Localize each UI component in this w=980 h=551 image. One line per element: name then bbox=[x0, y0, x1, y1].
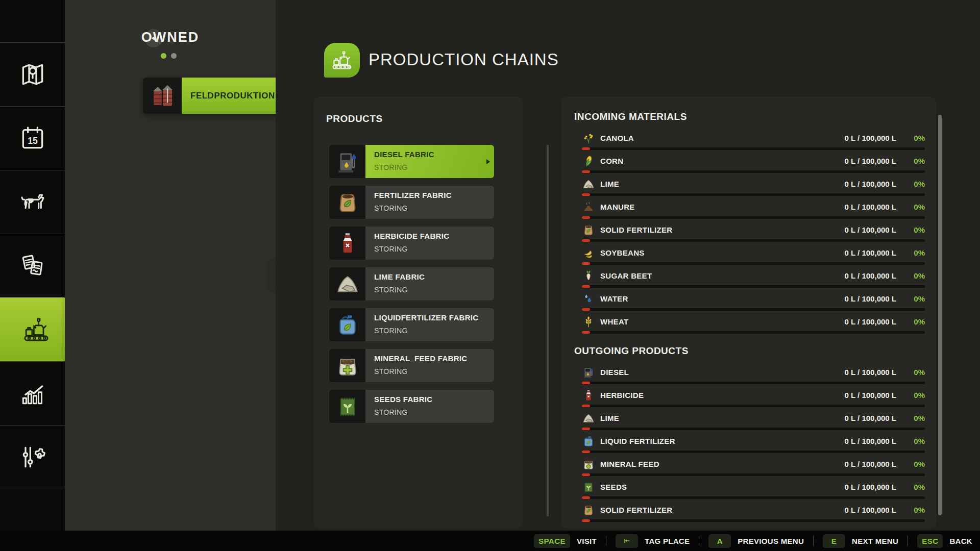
material-percent: 0% bbox=[914, 414, 925, 422]
main-content: PRODUCTION CHAINS PRODUCTS DIESEL FABRIC… bbox=[276, 0, 980, 531]
material-amount: 0 L / 100,000 L bbox=[845, 437, 896, 445]
outgoing-title: OUTGOING PRODUCTS bbox=[574, 345, 689, 357]
products-scrollbar[interactable] bbox=[547, 145, 549, 516]
material-amount: 0 L / 100,000 L bbox=[845, 248, 896, 257]
page-title: PRODUCTION CHAINS bbox=[369, 50, 559, 69]
product-row-body: HERBICIDE FABRICSTORING bbox=[365, 227, 494, 260]
material-amount: 0 L / 100,000 L bbox=[845, 180, 896, 188]
product-row-body: LIQUIDFERTILIZER FABRICSTORING bbox=[365, 308, 494, 341]
material-percent: 0% bbox=[914, 248, 925, 257]
material-amount: 0 L / 100,000 L bbox=[845, 134, 896, 142]
seeds-icon bbox=[582, 481, 595, 494]
product-status: STORING bbox=[374, 286, 494, 294]
material-name: LIQUID FERTILIZER bbox=[600, 437, 675, 445]
material-percent: 0% bbox=[914, 294, 925, 303]
materials-scrollbar[interactable] bbox=[938, 115, 942, 515]
controls-gear-icon bbox=[18, 443, 47, 471]
diesel-icon bbox=[329, 145, 365, 178]
product-status: STORING bbox=[374, 408, 494, 416]
product-row-seeds[interactable]: SEEDS FABRICSTORING bbox=[329, 390, 494, 423]
sidebar-item-calendar[interactable]: 15 bbox=[0, 106, 65, 170]
product-row-mineral-feed[interactable]: MINERAL_FEED FABRICSTORING bbox=[329, 349, 494, 382]
sidebar-item-production-chain[interactable] bbox=[0, 297, 72, 361]
sidebar-divider bbox=[0, 489, 65, 489]
fill-level-bar-fill bbox=[582, 450, 590, 453]
fill-level-bar bbox=[582, 193, 925, 196]
material-name: LIME bbox=[600, 414, 619, 422]
fill-level-bar bbox=[582, 308, 925, 311]
fill-level-bar bbox=[582, 496, 925, 499]
owned-item-label: FELDPRODUKTION bbox=[182, 91, 275, 101]
material-name: DIESEL bbox=[600, 368, 629, 377]
fill-level-bar-fill bbox=[582, 239, 590, 242]
material-percent: 0% bbox=[914, 203, 925, 211]
fill-level-bar-fill bbox=[582, 193, 590, 196]
production-chain-icon bbox=[22, 315, 51, 344]
material-amount: 0 L / 100,000 L bbox=[845, 368, 896, 377]
product-status: STORING bbox=[374, 327, 494, 335]
product-name: SEEDS FABRIC bbox=[374, 395, 494, 404]
fill-level-bar-fill bbox=[582, 170, 590, 173]
hotkey-visit[interactable]: SPACEVISIT bbox=[534, 534, 597, 548]
product-row-herbicide[interactable]: HERBICIDE FABRICSTORING bbox=[329, 227, 494, 260]
hotkey-next-menu[interactable]: ENEXT MENU bbox=[823, 534, 898, 548]
soybeans-icon bbox=[582, 246, 595, 260]
product-status: STORING bbox=[374, 245, 494, 253]
sugar-beet-icon bbox=[582, 269, 595, 283]
key-badge: E bbox=[823, 534, 845, 548]
page-dot bbox=[171, 53, 177, 59]
fill-level-bar bbox=[582, 239, 925, 242]
product-row-diesel[interactable]: DIESEL FABRICSTORING bbox=[329, 145, 494, 178]
sidebar: 15 bbox=[0, 0, 65, 531]
product-row-liquid-fertilizer[interactable]: LIQUIDFERTILIZER FABRICSTORING bbox=[329, 308, 494, 341]
product-row-lime[interactable]: LIME FABRICSTORING bbox=[329, 267, 494, 300]
material-name: MANURE bbox=[600, 203, 635, 211]
sidebar-item-animals[interactable] bbox=[0, 170, 65, 234]
material-percent: 0% bbox=[914, 437, 925, 445]
material-percent: 0% bbox=[914, 368, 925, 377]
hotkey-label: PREVIOUS MENU bbox=[738, 537, 804, 545]
material-amount: 0 L / 100,000 L bbox=[845, 483, 896, 491]
material-row-lime: LIME0 L / 100,000 L0% bbox=[582, 178, 925, 198]
material-amount: 0 L / 100,000 L bbox=[845, 157, 896, 165]
sidebar-item-controls-gear[interactable] bbox=[0, 425, 65, 489]
material-percent: 0% bbox=[914, 157, 925, 165]
material-name: HERBICIDE bbox=[600, 391, 644, 399]
lime-icon bbox=[582, 178, 595, 191]
sidebar-item-contracts[interactable] bbox=[0, 234, 65, 297]
fill-level-bar bbox=[582, 262, 925, 265]
hotkey-label: TAG PLACE bbox=[645, 537, 690, 545]
product-status: STORING bbox=[374, 204, 494, 212]
hotkey-back[interactable]: ESCBACK bbox=[917, 534, 972, 548]
fill-level-bar-fill bbox=[582, 405, 590, 407]
product-name: HERBICIDE FABRIC bbox=[374, 232, 494, 240]
product-row-body: FERTILIZER FABRICSTORING bbox=[365, 186, 494, 219]
animals-icon bbox=[18, 188, 47, 216]
material-row-seeds: SEEDS0 L / 100,000 L0% bbox=[582, 481, 925, 501]
hotkey-divider bbox=[813, 536, 814, 546]
svg-text:15: 15 bbox=[28, 135, 38, 145]
tab-key-icon bbox=[616, 534, 638, 548]
corn-icon bbox=[582, 155, 595, 168]
bottom-hotkey-bar: SPACEVISITTAG PLACEAPREVIOUS MENUENEXT M… bbox=[0, 531, 980, 551]
material-name: SOLID FERTILIZER bbox=[600, 506, 672, 514]
sidebar-item-statistics[interactable] bbox=[0, 361, 65, 425]
fill-level-bar-fill bbox=[582, 262, 590, 265]
lime-icon bbox=[329, 267, 365, 300]
material-percent: 0% bbox=[914, 180, 925, 188]
material-amount: 0 L / 100,000 L bbox=[845, 391, 896, 399]
hotkey-divider bbox=[699, 536, 699, 546]
material-name: CANOLA bbox=[600, 134, 634, 142]
material-row-lime: LIME0 L / 100,000 L0% bbox=[582, 412, 925, 432]
sidebar-item-map[interactable] bbox=[0, 42, 65, 106]
material-row-manure: MANURE0 L / 100,000 L0% bbox=[582, 201, 925, 221]
product-row-solid-fertilizer[interactable]: FERTILIZER FABRICSTORING bbox=[329, 186, 494, 219]
hotkey-previous-menu[interactable]: APREVIOUS MENU bbox=[708, 534, 804, 548]
key-badge: SPACE bbox=[534, 534, 570, 548]
hotkey-tag-place[interactable]: TAG PLACE bbox=[616, 534, 690, 548]
silo-icon bbox=[143, 78, 182, 114]
product-row-body: SEEDS FABRICSTORING bbox=[365, 390, 494, 423]
material-percent: 0% bbox=[914, 460, 925, 468]
product-row-body: DIESEL FABRICSTORING bbox=[365, 145, 494, 178]
product-status: STORING bbox=[374, 163, 494, 171]
